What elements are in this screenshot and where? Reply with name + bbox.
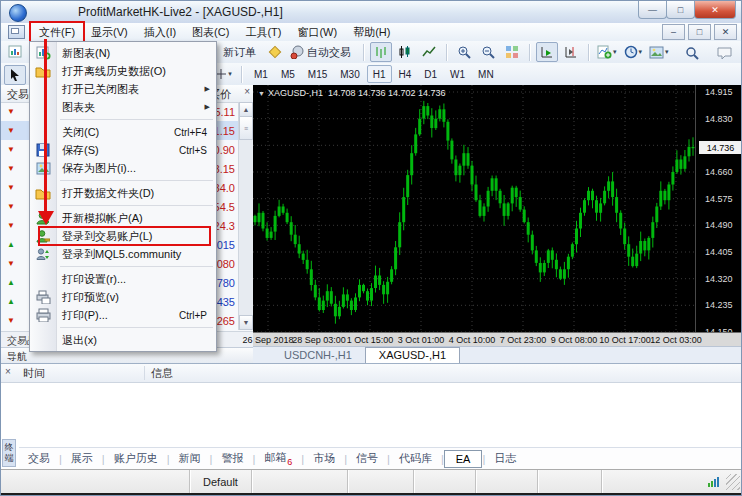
terminal-tab-展示[interactable]: 展示 (62, 449, 102, 468)
time-axis[interactable]: 26 Sep 201828 Sep 03:001 Oct 15:003 Oct … (253, 332, 742, 347)
search-icon[interactable] (681, 43, 703, 63)
timeframe-H4[interactable]: H4 (393, 65, 418, 83)
toolbar-separator (446, 44, 447, 61)
menu-窗口(W)[interactable]: 窗口(W) (289, 23, 345, 42)
menu-item-打开离线历史数据(O)[interactable]: 打开离线历史数据(O) (30, 62, 216, 80)
close-button[interactable]: ✕ (694, 1, 736, 19)
chart-context-arrow-icon[interactable]: ▼ (258, 90, 265, 97)
mail-count-badge: 6 (287, 457, 292, 467)
chart-tab-USDCNH-,H1[interactable]: USDCNH-,H1 (271, 348, 365, 363)
menu-item-登录到交易账户(L)[interactable]: 登录到交易账户(L) (30, 227, 216, 245)
menu-文件(F)[interactable]: 文件(F) (31, 23, 83, 42)
timeframe-M1[interactable]: M1 (248, 65, 274, 83)
chart-area[interactable]: ▼XAGUSD-,H1 14.708 14.736 14.702 14.736 … (253, 85, 742, 332)
auto-scroll-icon[interactable] (536, 42, 558, 62)
terminal-side-tab[interactable]: 终 端 (2, 439, 16, 467)
terminal-tab-代码库[interactable]: 代码库 (390, 449, 441, 468)
mql-wizard-icon[interactable] (264, 42, 286, 62)
menu-item-保存为图片(i)...[interactable]: 保存为图片(i)... (30, 159, 216, 177)
menu-item-打开已关闭图表[interactable]: 打开已关闭图表▶ (30, 80, 216, 98)
chart-plot[interactable]: ▼XAGUSD-,H1 14.708 14.736 14.702 14.736 (253, 85, 695, 332)
market-watch-scrollbar[interactable]: ▲ ≡ ▼ (238, 102, 253, 330)
restore-button[interactable]: □ (666, 1, 695, 19)
terminal-tab-日志[interactable]: 日志 (485, 449, 525, 468)
terminal-tab-EA[interactable]: EA (444, 450, 483, 468)
time-column-header[interactable]: 时间 (23, 366, 45, 381)
zoom-in-icon[interactable] (453, 42, 475, 62)
child-window-icon[interactable] (8, 25, 25, 39)
menu-item-关闭(C)[interactable]: 关闭(C)Ctrl+F4 (30, 123, 216, 141)
terminal-tab-新闻[interactable]: 新闻 (170, 449, 210, 468)
resize-grip[interactable] (726, 474, 740, 490)
terminal-tab-账户历史[interactable]: 账户历史 (105, 449, 167, 468)
auto-trading-button[interactable]: 自动交易 (288, 42, 357, 62)
scroll-up-icon[interactable]: ▲ (239, 102, 253, 117)
menu-separator (60, 266, 213, 267)
terminal-close-icon[interactable]: × (5, 366, 11, 377)
menu-item-打开数据文件夹(D)[interactable]: 打开数据文件夹(D) (30, 184, 216, 202)
title-bar: ProfitMarketHK-Live2 - [XAGUSD-,H1] — □ … (1, 1, 741, 23)
timeframe-H1[interactable]: H1 (367, 65, 392, 83)
toolbar-main-group: 新订单 自动交易 (219, 42, 672, 62)
scroll-thumb[interactable]: ≡ (239, 116, 253, 140)
terminal-tab-交易[interactable]: 交易 (19, 449, 59, 468)
tick-down-icon: ▼ (4, 316, 18, 325)
menu-显示(V)[interactable]: 显示(V) (83, 23, 136, 42)
indicators-dropdown[interactable]: ▾ (595, 42, 620, 62)
menu-item-打印预览(v)[interactable]: 打印预览(v) (30, 288, 216, 306)
minimize-button[interactable]: — (638, 1, 667, 19)
chart-tab-XAGUSD-,H1[interactable]: XAGUSD-,H1 (365, 347, 460, 363)
terminal-tab-市场[interactable]: 市场 (304, 449, 344, 468)
menu-帮助(H)[interactable]: 帮助(H) (345, 23, 398, 42)
scroll-down-icon[interactable]: ▼ (239, 315, 253, 330)
timeframe-MN[interactable]: MN (472, 65, 500, 83)
menu-item-label: 新图表(N) (62, 46, 110, 61)
new-order-button[interactable]: 新订单 (219, 42, 262, 62)
menu-item-label: 打开离线历史数据(O) (62, 64, 166, 79)
message-column-header[interactable]: 信息 (151, 366, 173, 381)
terminal-tab-信号[interactable]: 信号 (347, 449, 387, 468)
menu-shortcut: Ctrl+P (179, 310, 216, 321)
menu-item-开新模拟帐户(A)[interactable]: 开新模拟帐户(A) (30, 209, 216, 227)
templates-dropdown[interactable]: ▾ (647, 42, 672, 62)
line-chart-mode-icon[interactable] (418, 42, 440, 62)
menu-item-新图表(N)[interactable]: 新图表(N) (30, 44, 216, 62)
menu-item-登录到MQL5.community[interactable]: 登录到MQL5.community (30, 245, 216, 263)
menu-item-保存(S)[interactable]: 保存(S)Ctrl+S (30, 141, 216, 159)
market-watch-close-icon[interactable]: × (244, 86, 250, 97)
periods-dropdown[interactable]: ▾ (622, 42, 646, 62)
column-divider (144, 366, 145, 380)
submenu-arrow-icon: ▶ (205, 85, 216, 93)
menu-item-打印(P)...[interactable]: 打印(P)...Ctrl+P (30, 306, 216, 324)
printer-icon (30, 308, 56, 322)
terminal-tab-邮箱[interactable]: 邮箱6 (255, 448, 301, 468)
menu-shortcut: Ctrl+F4 (174, 127, 216, 138)
candlestick-mode-icon[interactable] (394, 42, 416, 62)
chart-shift-icon[interactable] (560, 42, 582, 62)
child-minimize-button[interactable]: – (662, 24, 685, 40)
cursor-tool-icon[interactable] (4, 65, 26, 85)
menu-item-打印设置(r)...[interactable]: 打印设置(r)... (30, 270, 216, 288)
timeframe-M15[interactable]: M15 (302, 65, 333, 83)
bar-chart-mode-icon[interactable] (370, 42, 392, 62)
terminal-tab-警报[interactable]: 警报 (212, 449, 252, 468)
new-chart-toolbar-icon[interactable] (4, 42, 26, 62)
tick-down-icon: ▼ (4, 259, 18, 268)
menu-item-图表夹[interactable]: 图表夹▶ (30, 98, 216, 116)
timeframe-D1[interactable]: D1 (418, 65, 443, 83)
menu-图表(C)[interactable]: 图表(C) (184, 23, 237, 42)
price-scale[interactable]: 14.91514.83014.74514.66014.57514.49014.4… (695, 85, 742, 332)
price-tick-label: 14.660 (705, 167, 733, 177)
menu-工具(T)[interactable]: 工具(T) (237, 23, 289, 42)
zoom-out-icon[interactable] (477, 42, 499, 62)
chat-icon[interactable] (713, 43, 735, 63)
timeframe-W1[interactable]: W1 (444, 65, 471, 83)
menu-插入(I)[interactable]: 插入(I) (136, 23, 184, 42)
timeframe-M5[interactable]: M5 (275, 65, 301, 83)
menu-item-退出(x)[interactable]: 退出(x) (30, 331, 216, 349)
tile-windows-icon[interactable] (501, 42, 523, 62)
profile-indicator[interactable]: Default (189, 470, 251, 494)
timeframe-M30[interactable]: M30 (334, 65, 365, 83)
child-restore-button[interactable]: □ (688, 24, 711, 40)
child-close-button[interactable]: ✕ (714, 24, 737, 40)
